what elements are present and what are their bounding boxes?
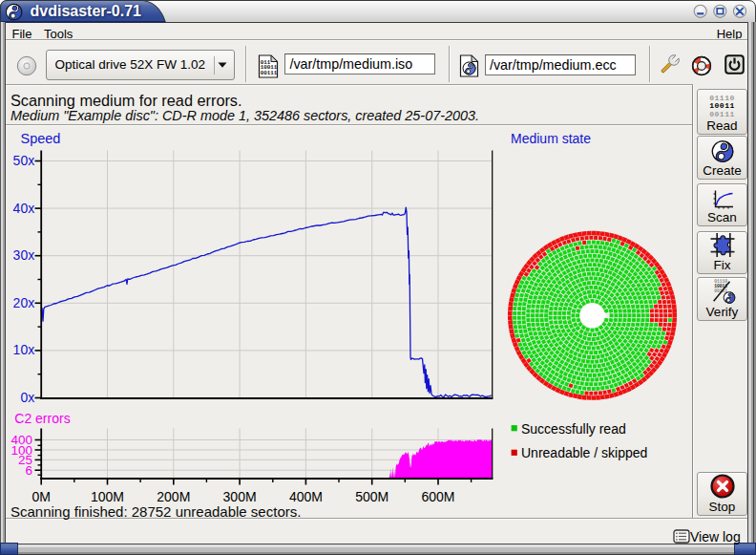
svg-text:400M: 400M: [289, 489, 323, 504]
svg-text:200M: 200M: [157, 489, 190, 504]
svg-text:500M: 500M: [355, 489, 388, 504]
svg-text:40x: 40x: [13, 201, 35, 216]
svg-text:20x: 20x: [13, 295, 35, 310]
svg-text:300M: 300M: [223, 489, 257, 504]
svg-text:0x: 0x: [20, 390, 34, 405]
svg-text:6: 6: [25, 463, 32, 478]
svg-text:10x: 10x: [13, 342, 35, 357]
svg-text:Speed: Speed: [21, 131, 61, 146]
svg-text:Medium state: Medium state: [511, 131, 591, 146]
svg-text:100M: 100M: [91, 489, 124, 504]
svg-text:600M: 600M: [421, 489, 454, 504]
svg-text:50x: 50x: [13, 153, 35, 168]
svg-text:C2 errors: C2 errors: [14, 411, 70, 426]
svg-text:30x: 30x: [13, 247, 35, 263]
svg-text:0M: 0M: [32, 489, 50, 504]
